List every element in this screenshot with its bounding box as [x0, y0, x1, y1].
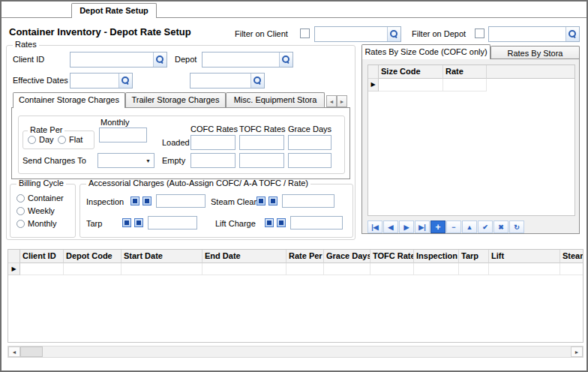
filter-client-input[interactable]	[315, 27, 387, 41]
rate-per-column-header[interactable]: Rate Per	[286, 250, 324, 263]
nav-refresh-button[interactable]: ↻	[509, 220, 524, 233]
filter-on-client-checkbox[interactable]	[300, 28, 310, 38]
scrollbar-thumb[interactable]	[20, 346, 43, 357]
lift-column-header[interactable]: Lift	[489, 250, 560, 263]
grid-cell[interactable]	[370, 263, 414, 275]
nav-next-button[interactable]: ▶	[399, 220, 414, 233]
grid-cell[interactable]	[379, 79, 443, 92]
nav-prior-button[interactable]: ◀	[383, 220, 398, 233]
tab-scroll-left-button[interactable]: ◄	[326, 95, 337, 107]
billing-cycle-option-monthly[interactable]: Monthly	[16, 219, 57, 228]
grid-cell[interactable]	[414, 263, 459, 275]
empty-cofc-input[interactable]	[190, 153, 236, 168]
grid-cell[interactable]	[64, 263, 122, 275]
grid-cell[interactable]	[286, 263, 324, 275]
empty-tofc-input[interactable]	[239, 153, 284, 168]
lift-charge-rate-input[interactable]	[290, 216, 343, 230]
depot-field	[202, 52, 293, 68]
rate-column-header[interactable]: Rate	[443, 65, 487, 79]
nav-first-button[interactable]: |◀	[368, 220, 382, 233]
nav-delete-button[interactable]: −	[446, 220, 461, 233]
loaded-tofc-input[interactable]	[239, 135, 284, 150]
inspection-rate-input[interactable]	[156, 194, 206, 208]
search-icon	[282, 56, 290, 64]
tab-scroll-right-button[interactable]: ►	[337, 95, 347, 107]
monthly-input[interactable]	[99, 128, 147, 142]
grid-cell[interactable]	[122, 263, 202, 275]
filter-depot-lookup-button[interactable]	[566, 27, 579, 41]
tofc-rate-column-header[interactable]: TOFC Rate	[370, 250, 414, 263]
client-id-lookup-button[interactable]	[153, 52, 166, 67]
steam-clean-cofc-checkbox[interactable]	[256, 196, 266, 206]
effective-date-from-field	[70, 73, 133, 88]
effective-date-to-input[interactable]	[190, 74, 250, 88]
start-date-column-header[interactable]: Start Date	[122, 250, 202, 263]
rate-per-option-flat[interactable]: Flat	[58, 135, 82, 144]
tab-trailer-storage-charges[interactable]: Trailer Storage Charges	[125, 92, 226, 107]
lift-charge-cofc-checkbox[interactable]	[265, 218, 274, 227]
nav-last-button[interactable]: ▶|	[415, 220, 430, 233]
grid-cell[interactable]	[489, 263, 560, 275]
depot-rates-grid[interactable]: Client ID Depot Code Start Date End Date…	[8, 249, 584, 343]
scroll-left-button[interactable]: ◄	[8, 346, 20, 357]
tarp-tofc-checkbox[interactable]	[134, 218, 143, 227]
depot-input[interactable]	[202, 52, 279, 67]
loaded-cofc-input[interactable]	[190, 135, 236, 150]
horizontal-scrollbar[interactable]: ◄ ►	[8, 346, 584, 358]
size-code-column-header[interactable]: Size Code	[379, 65, 443, 79]
inspection-tofc-checkbox[interactable]	[142, 196, 152, 206]
client-id-input[interactable]	[70, 52, 153, 67]
rates-by-size-code-panel: Size Code Rate ▶ |◀ ◀ ▶ ▶| + − ▲ ✔ ✖	[362, 58, 580, 234]
steam-clean-rate-input[interactable]	[282, 194, 334, 208]
radio-icon	[16, 194, 25, 202]
grid-cell[interactable]	[443, 79, 487, 92]
grid-cell[interactable]	[20, 263, 64, 275]
nav-edit-button[interactable]: ▲	[462, 220, 477, 233]
effective-date-to-lookup-button[interactable]	[250, 74, 264, 88]
grid-cell[interactable]	[202, 263, 286, 275]
filter-client-lookup-button[interactable]	[387, 27, 400, 41]
scroll-right-button[interactable]: ►	[571, 346, 583, 357]
grid-header-filler	[487, 65, 574, 79]
inspection-cofc-checkbox[interactable]	[130, 196, 140, 206]
scrollbar-track[interactable]	[43, 346, 571, 357]
tab-depot-rate-setup[interactable]: Depot Rate Setup	[71, 3, 157, 18]
inspection-column-header[interactable]: Inspection	[414, 250, 459, 263]
grid-cell[interactable]	[324, 263, 370, 275]
nav-post-button[interactable]: ✔	[478, 220, 493, 233]
grid-cell[interactable]	[560, 263, 584, 275]
size-code-grid[interactable]: Size Code Rate ▶	[368, 64, 575, 216]
steam-column-header[interactable]: Steam	[560, 250, 584, 263]
effective-date-from-lookup-button[interactable]	[118, 74, 132, 88]
grid-row[interactable]: ▶	[8, 263, 583, 275]
tarp-cofc-checkbox[interactable]	[122, 218, 131, 227]
effective-date-from-input[interactable]	[70, 74, 118, 88]
billing-cycle-option-container[interactable]: Container	[16, 194, 64, 202]
grace-days-column-header[interactable]: Grace Days	[324, 250, 370, 263]
depot-lookup-button[interactable]	[279, 52, 292, 67]
end-date-column-header[interactable]: End Date	[202, 250, 286, 263]
empty-grace-days-input[interactable]	[288, 153, 332, 168]
tarp-column-header[interactable]: Tarp	[459, 250, 489, 263]
tab-rates-by-storage[interactable]: Rates By Stora	[490, 46, 580, 59]
rate-per-group: Rate Per Day Flat	[22, 130, 94, 149]
rate-per-option-day[interactable]: Day	[28, 135, 54, 144]
tab-misc-equipment-storage[interactable]: Misc. Equipment Stora	[226, 92, 325, 107]
tab-container-storage-charges[interactable]: Container Storage Charges	[13, 92, 125, 108]
send-charges-to-select[interactable]: ▼	[98, 153, 154, 168]
nav-insert-button[interactable]: +	[430, 220, 446, 233]
tab-rates-by-size-code[interactable]: Rates By Size Code (COFC only)	[362, 44, 490, 59]
filter-depot-input[interactable]	[489, 27, 566, 41]
lift-charge-tofc-checkbox[interactable]	[277, 218, 286, 227]
loaded-grace-days-input[interactable]	[288, 135, 332, 150]
billing-monthly-label: Monthly	[28, 219, 57, 228]
billing-cycle-option-weekly[interactable]: Weekly	[16, 206, 55, 215]
steam-clean-tofc-checkbox[interactable]	[268, 196, 278, 206]
tarp-rate-input[interactable]	[148, 216, 197, 230]
nav-cancel-button[interactable]: ✖	[494, 220, 508, 233]
client-id-column-header[interactable]: Client ID	[20, 250, 64, 263]
depot-code-column-header[interactable]: Depot Code	[64, 250, 122, 263]
grid-row[interactable]: ▶	[368, 79, 574, 92]
filter-on-depot-checkbox[interactable]	[475, 28, 484, 38]
grid-cell[interactable]	[459, 263, 489, 275]
